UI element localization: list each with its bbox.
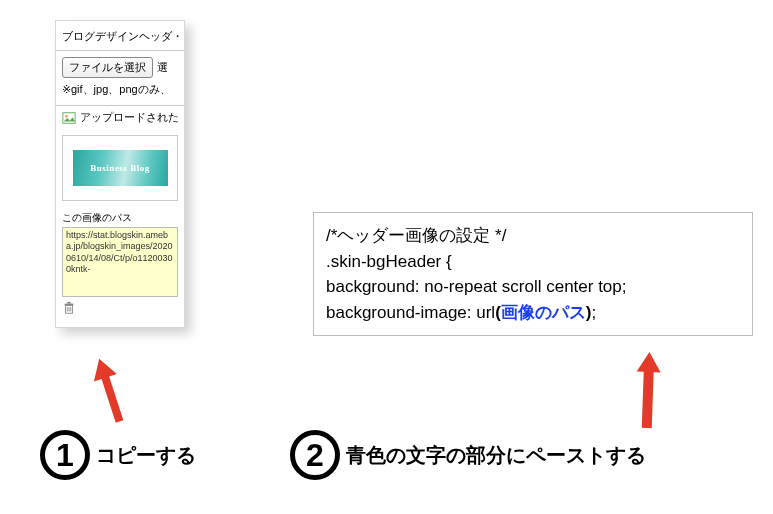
file-format-note: ※gif、jpg、pngのみ、 xyxy=(56,80,184,105)
svg-point-1 xyxy=(65,114,68,117)
upload-panel: ブログデザインヘッダ・ ファイルを選択 選 ※gif、jpg、pngのみ、 アッ… xyxy=(55,20,185,328)
thumbnail-frame[interactable]: Business Blog xyxy=(62,135,178,201)
code-path-placeholder: 画像のパス xyxy=(501,303,586,322)
step-2-text: 青色の文字の部分にペーストする xyxy=(346,442,646,469)
image-path-label: この画像のパス xyxy=(56,205,184,227)
step-2-number: 2 xyxy=(290,430,340,480)
svg-rect-0 xyxy=(63,112,75,123)
code-semicolon: ; xyxy=(592,303,597,322)
code-line-bgimage: background-image: url(画像のパス); xyxy=(326,300,740,326)
svg-rect-4 xyxy=(67,302,71,304)
header-thumbnail: Business Blog xyxy=(73,150,168,186)
trash-icon[interactable] xyxy=(62,301,76,318)
arrow-annotation-2 xyxy=(629,349,668,434)
choose-file-button[interactable]: ファイルを選択 xyxy=(62,57,153,78)
image-path-textbox[interactable]: https://stat.blogskin.ameba.jp/blogskin_… xyxy=(62,227,178,297)
code-line-comment: /*ヘッダー画像の設定 */ xyxy=(326,223,740,249)
step-1-text: コピーする xyxy=(96,442,196,469)
step-1-number: 1 xyxy=(40,430,90,480)
css-code-box: /*ヘッダー画像の設定 */ .skin-bgHeader { backgrou… xyxy=(313,212,753,336)
step-1: 1 コピーする xyxy=(40,430,196,480)
code-text: background-image: url xyxy=(326,303,495,322)
code-line-selector: .skin-bgHeader { xyxy=(326,249,740,275)
panel-title: ブログデザインヘッダ・ xyxy=(56,25,184,51)
arrow-annotation-1 xyxy=(80,351,141,434)
file-select-row: ファイルを選択 選 xyxy=(56,51,184,80)
code-line-bg: background: no-repeat scroll center top; xyxy=(326,274,740,300)
file-aux-text: 選 xyxy=(157,60,168,75)
step-2: 2 青色の文字の部分にペーストする xyxy=(290,430,646,480)
uploaded-row: アップロードされた xyxy=(56,105,184,131)
image-icon xyxy=(62,111,76,125)
trash-row xyxy=(56,301,184,321)
uploaded-label: アップロードされた xyxy=(80,110,179,125)
svg-rect-3 xyxy=(65,304,74,306)
